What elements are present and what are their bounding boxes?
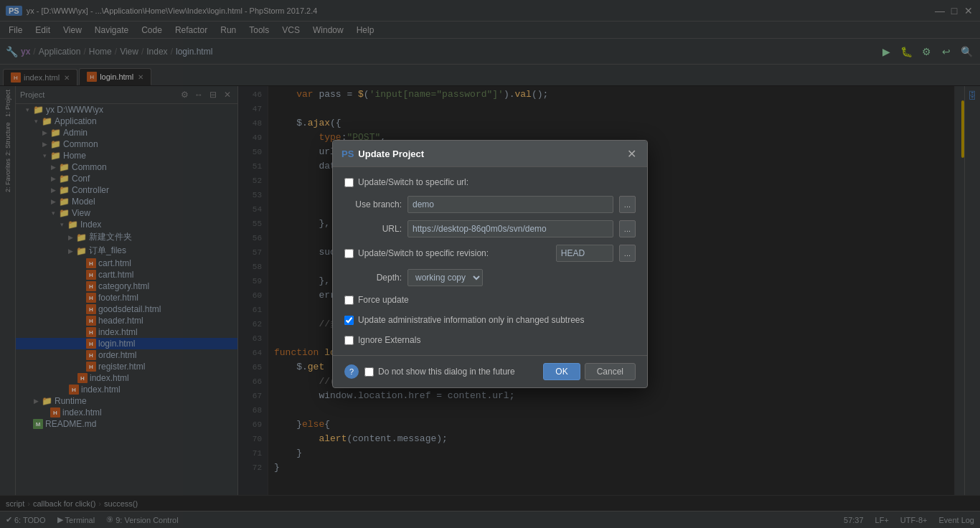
help-icon[interactable]: ? bbox=[344, 364, 359, 379]
dialog-close-button[interactable]: ✕ bbox=[624, 146, 639, 161]
depth-row: Depth: working copy infinity immediates … bbox=[344, 269, 636, 286]
url-input[interactable] bbox=[407, 220, 613, 237]
force-update-checkbox[interactable] bbox=[344, 296, 354, 305]
revision-row: Update/Switch to specific revision: ... bbox=[344, 245, 636, 262]
no-show-label: Do not show this dialog in the future bbox=[378, 367, 515, 377]
update-project-dialog: PS Update Project ✕ Update/Switch to spe… bbox=[332, 140, 648, 388]
revision-checkbox[interactable] bbox=[344, 249, 354, 258]
revision-browse-btn[interactable]: ... bbox=[619, 245, 636, 262]
dialog-title-text: Update Project bbox=[358, 148, 620, 159]
modal-overlay: PS Update Project ✕ Update/Switch to spe… bbox=[0, 0, 980, 528]
depth-select[interactable]: working copy infinity immediates files e… bbox=[407, 269, 483, 286]
url-checkbox[interactable] bbox=[344, 178, 354, 187]
url-row: URL: ... bbox=[344, 220, 636, 237]
dialog-title-bar: PS Update Project ✕ bbox=[333, 141, 647, 167]
dialog-body: Update/Switch to specific url: Use branc… bbox=[333, 167, 647, 355]
branch-browse-btn[interactable]: ... bbox=[619, 196, 636, 213]
ignore-externals-row: Ignore Externals bbox=[344, 334, 636, 346]
dialog-footer: ? Do not show this dialog in the future … bbox=[333, 355, 647, 387]
ignore-externals-label: Ignore Externals bbox=[358, 335, 420, 345]
force-update-row: Force update bbox=[344, 293, 636, 306]
ignore-externals-checkbox[interactable] bbox=[344, 336, 354, 345]
url-label: URL: bbox=[344, 224, 402, 234]
branch-label: Use branch: bbox=[344, 199, 402, 209]
no-show-checkbox[interactable] bbox=[364, 367, 374, 377]
dialog-action-buttons: OK Cancel bbox=[543, 363, 636, 380]
no-show-check-row: Do not show this dialog in the future bbox=[364, 367, 537, 377]
url-browse-btn[interactable]: ... bbox=[619, 220, 636, 237]
update-admin-label: Update administrative information only i… bbox=[358, 315, 585, 325]
force-update-label: Force update bbox=[358, 295, 409, 305]
dialog-ps-icon: PS bbox=[341, 148, 354, 159]
branch-row: Use branch: ... bbox=[344, 196, 636, 213]
url-checkbox-label: Update/Switch to specific url: bbox=[358, 177, 468, 187]
branch-input[interactable] bbox=[407, 196, 613, 213]
revision-checkbox-label: Update/Switch to specific revision: bbox=[358, 248, 489, 258]
cancel-button[interactable]: Cancel bbox=[585, 363, 636, 380]
depth-label: Depth: bbox=[344, 273, 402, 283]
ok-button[interactable]: OK bbox=[543, 363, 580, 380]
url-checkbox-row: Update/Switch to specific url: bbox=[344, 176, 636, 189]
revision-input[interactable] bbox=[556, 245, 613, 262]
update-admin-row: Update administrative information only i… bbox=[344, 314, 636, 326]
update-admin-checkbox[interactable] bbox=[344, 316, 354, 325]
